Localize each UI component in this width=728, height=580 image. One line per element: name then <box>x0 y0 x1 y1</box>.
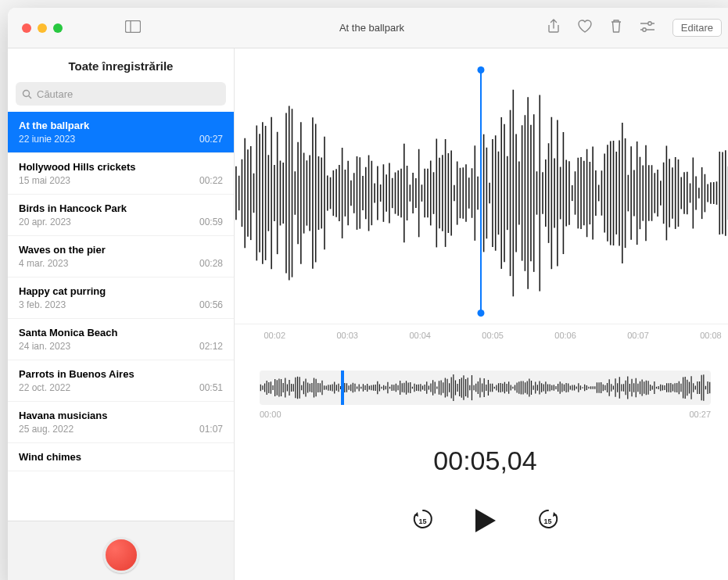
app-window: At the ballpark <box>8 8 728 580</box>
sidebar: Toate înregistrările Căutare At the ball… <box>8 48 235 580</box>
recording-meta: 22 oct. 202200:51 <box>19 382 223 393</box>
recording-item[interactable]: Waves on the pier4 mar. 202300:28 <box>8 236 234 277</box>
recording-date: 4 mar. 2023 <box>19 258 68 269</box>
recording-meta: 3 feb. 202300:56 <box>19 299 223 310</box>
ruler-tick: 00:08 <box>700 331 722 340</box>
recording-duration: 00:59 <box>199 217 223 227</box>
ruler-tick: 00:06 <box>554 331 576 340</box>
recording-date: 25 aug. 2022 <box>19 424 74 435</box>
recording-name: Hollywood Hills crickets <box>19 161 223 173</box>
recording-name: Birds in Hancock Park <box>19 202 223 214</box>
waveform-overview[interactable]: 00:00 00:27 <box>260 371 711 419</box>
search-input[interactable]: Căutare <box>16 82 226 106</box>
toolbar-right: Editare <box>547 19 722 38</box>
recording-duration: 01:07 <box>199 424 223 435</box>
recording-meta: 25 aug. 202201:07 <box>19 424 223 435</box>
recording-meta: 15 mai 202300:22 <box>19 175 223 186</box>
delete-button[interactable] <box>610 19 622 38</box>
recording-duration: 00:22 <box>199 175 223 186</box>
recording-name: Parrots in Buenos Aires <box>19 368 223 380</box>
recording-item[interactable]: Santa Monica Beach24 ian. 202302:12 <box>8 319 234 360</box>
skip-forward-amount: 15 <box>543 517 551 525</box>
sliders-icon <box>640 20 655 33</box>
recording-name: Havana musicians <box>19 410 223 421</box>
overview-labels: 00:00 00:27 <box>260 410 711 419</box>
skip-back-button[interactable]: 15 <box>411 507 435 534</box>
recording-item[interactable]: Birds in Hancock Park20 apr. 202300:59 <box>8 195 234 236</box>
svg-point-5 <box>643 27 646 30</box>
record-button[interactable] <box>103 537 139 573</box>
recording-date: 15 mai 2023 <box>19 175 70 186</box>
recording-date: 24 ian. 2023 <box>19 341 70 352</box>
ruler-tick: 00:04 <box>409 331 431 340</box>
ruler-tick: 00:05 <box>482 331 504 340</box>
sidebar-toggle-button[interactable] <box>125 20 141 36</box>
recording-item[interactable]: Hollywood Hills crickets15 mai 202300:22 <box>8 153 234 195</box>
ruler-tick: 00:03 <box>336 331 358 340</box>
time-display: 00:05,04 <box>235 446 728 476</box>
waveform-overview-svg <box>260 371 711 405</box>
time-ruler: 00:0200:0300:0400:0500:0600:0700:08 <box>235 324 728 347</box>
recording-duration: 00:56 <box>199 299 223 310</box>
waveform-detail[interactable] <box>235 64 728 322</box>
recording-name: At the ballpark <box>19 120 223 131</box>
svg-rect-0 <box>126 20 141 32</box>
recording-item[interactable]: At the ballpark22 iunie 202300:27 <box>8 112 234 153</box>
playback-controls: 15 15 <box>235 507 728 534</box>
recording-meta: 20 apr. 202300:59 <box>19 217 223 227</box>
search-icon <box>22 89 32 99</box>
recording-date: 3 feb. 2023 <box>19 299 66 310</box>
skip-back-amount: 15 <box>418 517 426 525</box>
recordings-list: At the ballpark22 iunie 202300:27Hollywo… <box>8 112 234 521</box>
window-controls <box>22 23 63 33</box>
svg-line-7 <box>29 95 32 98</box>
edit-button[interactable]: Editare <box>672 19 722 37</box>
overview-end: 00:27 <box>689 410 711 419</box>
heart-icon <box>577 20 593 34</box>
ruler-tick: 00:07 <box>627 331 649 340</box>
recording-name: Santa Monica Beach <box>19 327 223 338</box>
main-panel: 00:0200:0300:0400:0500:0600:0700:08 00:0… <box>235 48 728 580</box>
overview-playhead[interactable] <box>341 371 344 405</box>
skip-forward-button[interactable]: 15 <box>536 507 560 534</box>
settings-button[interactable] <box>640 20 655 36</box>
recording-name: Happy cat purring <box>19 285 223 297</box>
recording-meta: 22 iunie 202300:27 <box>19 134 223 145</box>
recording-duration: 00:51 <box>199 382 223 393</box>
maximize-window-button[interactable] <box>53 23 63 33</box>
recording-item[interactable]: Happy cat purring3 feb. 202300:56 <box>8 277 234 319</box>
recording-item[interactable]: Parrots in Buenos Aires22 oct. 202200:51 <box>8 360 234 402</box>
recording-duration: 00:27 <box>199 134 223 145</box>
favorite-button[interactable] <box>577 20 593 37</box>
trash-icon <box>610 19 622 34</box>
ruler-tick: 00:02 <box>264 331 286 340</box>
recording-meta: 24 ian. 202302:12 <box>19 341 223 352</box>
play-button[interactable] <box>474 507 497 534</box>
close-window-button[interactable] <box>22 23 31 33</box>
record-bar <box>8 521 234 580</box>
recording-date: 22 iunie 2023 <box>19 134 75 145</box>
recording-date: 20 apr. 2023 <box>19 217 71 227</box>
play-icon <box>474 507 497 534</box>
sidebar-icon <box>125 20 141 33</box>
share-button[interactable] <box>547 19 560 38</box>
search-placeholder: Căutare <box>37 88 73 100</box>
recording-item[interactable]: Wind chimes <box>8 443 234 471</box>
recording-duration: 00:28 <box>199 258 223 269</box>
recording-duration: 02:12 <box>199 341 223 352</box>
minimize-window-button[interactable] <box>38 23 47 33</box>
recording-item[interactable]: Havana musicians25 aug. 202201:07 <box>8 402 234 443</box>
svg-point-6 <box>23 90 30 96</box>
sidebar-header: Toate înregistrările <box>8 48 234 82</box>
recording-date: 22 oct. 2022 <box>19 382 70 393</box>
recording-meta: 4 mar. 202300:28 <box>19 258 223 269</box>
svg-point-3 <box>648 21 651 24</box>
titlebar: At the ballpark <box>8 8 728 48</box>
window-title: At the ballpark <box>339 22 404 34</box>
playhead[interactable] <box>480 70 482 313</box>
overview-start: 00:00 <box>260 410 282 419</box>
recording-name: Waves on the pier <box>19 244 223 256</box>
recording-name: Wind chimes <box>19 451 223 463</box>
share-icon <box>547 19 560 34</box>
